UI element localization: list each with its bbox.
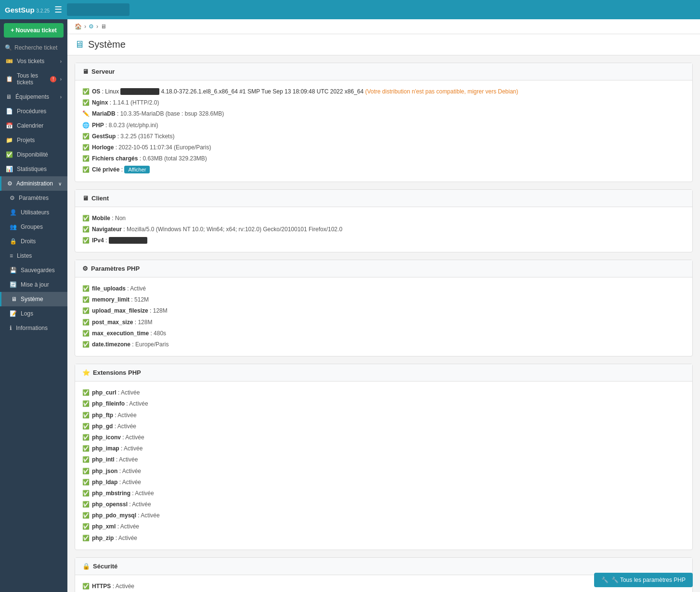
- breadcrumb-admin[interactable]: ⚙: [89, 23, 94, 30]
- afficher-button[interactable]: Afficher: [124, 166, 150, 173]
- page-title: 🖥 Système: [75, 39, 126, 50]
- ok-icon: ✅: [82, 284, 90, 293]
- sidebar-item-groupes[interactable]: 👥 Groupes: [0, 220, 67, 234]
- table-row: ✅ GestSup : 3.2.25 (3167 Tickets): [82, 131, 685, 142]
- sidebar-item-procedures[interactable]: 📄 Procédures: [0, 104, 67, 118]
- table-row: ✅php_iconv : Activée: [82, 432, 685, 443]
- ok-icon: ✅: [82, 444, 90, 453]
- file-icon: 📄: [6, 108, 13, 115]
- desktop-icon: 🖥: [11, 296, 17, 303]
- search-placeholder: Recherche ticket: [14, 44, 57, 51]
- securite-title: Sécurité: [93, 563, 117, 570]
- ticket-icon: 🎫: [6, 58, 13, 65]
- new-ticket-button[interactable]: + Nouveau ticket: [4, 23, 64, 38]
- status-ok-icon-horloge: ✅: [82, 143, 90, 152]
- sidebar-item-parametres[interactable]: ⚙ Paramètres: [0, 191, 67, 205]
- ok-icon: ✅: [82, 534, 90, 543]
- params-php-title: Paramètres PHP: [91, 265, 140, 272]
- ok-icon: ✅: [82, 455, 90, 464]
- breadcrumb-home[interactable]: 🏠: [75, 23, 82, 30]
- folder-icon: 📁: [6, 137, 13, 144]
- sidebar-item-informations[interactable]: ℹ Informations: [0, 321, 67, 335]
- ok-icon: ✅: [82, 522, 90, 531]
- ok-icon: ✅: [82, 582, 90, 591]
- serveur-header: 🖥 Serveur: [75, 63, 692, 80]
- refresh-icon: 🔄: [10, 281, 17, 288]
- sidebar-item-projets[interactable]: 📁 Projets: [0, 133, 67, 147]
- table-row: ✅ OS : Linux [REDACTED] 4.18.0-372.26.1.…: [82, 86, 685, 97]
- sidebar-item-administration[interactable]: ⚙ Administration ∨: [0, 176, 67, 191]
- table-row: 🌐 PHP : 8.0.23 (/etc/php.ini): [82, 120, 685, 131]
- sidebar-item-logs[interactable]: 📝 Logs: [0, 306, 67, 321]
- sidebar-item-sauvegardes[interactable]: 💾 Sauvegardes: [0, 263, 67, 277]
- client-section-icon: 🖥: [82, 195, 89, 202]
- ok-icon: ✅: [82, 478, 90, 487]
- ok-icon: ✅: [82, 489, 90, 498]
- php-params-button[interactable]: 🔧 🔧 Tous les paramètres PHP: [594, 573, 693, 587]
- edit-icon-mariadb: ✏️: [82, 109, 90, 118]
- extensions-php-header: ⭐ Extensions PHP: [75, 364, 692, 382]
- extensions-php-section: ⭐ Extensions PHP ✅php_curl : Activée ✅ph…: [75, 364, 693, 550]
- save-icon: 💾: [10, 267, 17, 274]
- ok-icon: ✅: [82, 467, 90, 476]
- check-icon: ✅: [6, 151, 13, 158]
- extensions-php-title: Extensions PHP: [93, 369, 141, 376]
- chevron-down-icon: ∨: [58, 181, 62, 186]
- sidebar-item-statistiques[interactable]: 📊 Statistiques: [0, 162, 67, 176]
- table-row: ✅php_fileinfo : Activée: [82, 398, 685, 409]
- main-content: 🏠 › ⚙ › 🖥 🖥 Système 🖥 Serveur: [67, 19, 700, 592]
- sidebar-item-systeme[interactable]: 🖥 Système: [0, 292, 67, 306]
- client-section: 🖥 Client ✅ Mobile : Non ✅ Navigateur : M…: [75, 189, 693, 253]
- table-row: ✏️ MariaDB : 10.3.35-MariaDB (base : bsu…: [82, 108, 685, 119]
- client-body: ✅ Mobile : Non ✅ Navigateur : Mozilla/5.…: [75, 207, 692, 252]
- table-row: ✅php_xml : Activée: [82, 521, 685, 532]
- menu-hamburger-icon[interactable]: ☰: [54, 4, 62, 15]
- sidebar-item-listes[interactable]: ≡ Listes: [0, 249, 67, 263]
- lock-icon: 🔒: [10, 238, 17, 245]
- sidebar-item-disponibilite[interactable]: ✅ Disponibilité: [0, 147, 67, 162]
- table-row: ✅ Nginx : 1.14.1 (HTTP/2.0): [82, 97, 685, 108]
- chevron-right-icon: ›: [60, 59, 62, 64]
- list-icon-listes: ≡: [10, 252, 13, 259]
- table-row: ✅php_openssl : Activée: [82, 499, 685, 510]
- sidebar-item-utilisateurs[interactable]: 👤 Utilisateurs: [0, 205, 67, 220]
- status-ok-icon-nginx: ✅: [82, 98, 90, 107]
- table-row: ✅ Fichiers chargés : 0.63MB (total 329.2…: [82, 153, 685, 164]
- topbar-logo: GestSup 3.2.25: [5, 6, 50, 14]
- status-ok-icon-gestsup: ✅: [82, 132, 90, 141]
- ok-icon: ✅: [82, 511, 90, 520]
- sidebar-item-mise-a-jour[interactable]: 🔄 Mise à jour: [0, 277, 67, 292]
- ok-icon: ✅: [82, 399, 90, 408]
- wrench-icon: 🔧: [601, 577, 609, 583]
- table-row: ✅ max_execution_time : 480s: [82, 328, 685, 339]
- sidebar-item-tous-les-tickets[interactable]: 📋 Tous les tickets ! ›: [0, 68, 67, 90]
- sidebar-item-vos-tickets[interactable]: 🎫 Vos tickets ›: [0, 54, 67, 68]
- sidebar-item-equipements[interactable]: 🖥 Équipements ›: [0, 90, 67, 104]
- extensions-php-body: ✅php_curl : Activée ✅php_fileinfo : Acti…: [75, 382, 692, 550]
- client-title: Client: [91, 195, 109, 202]
- footer-bar: 🔧 🔧 Tous les paramètres PHP: [587, 568, 700, 592]
- table-row: ✅ Horloge : 2022-10-05 11:07:34 (Europe/…: [82, 142, 685, 153]
- table-row: ✅ Mobile : Non: [82, 213, 685, 224]
- table-row: ✅ file_uploads : Activé: [82, 283, 685, 294]
- table-row: ✅php_gd : Activée: [82, 421, 685, 432]
- serveur-title: Serveur: [91, 68, 115, 75]
- table-row: ✅php_intl : Activée: [82, 454, 685, 465]
- search-icon: 🔍: [5, 44, 12, 51]
- table-row: ✅php_json : Activée: [82, 466, 685, 477]
- sidebar-item-droits[interactable]: 🔒 Droits: [0, 234, 67, 249]
- chevron-right-icon-equip: ›: [60, 94, 62, 100]
- ok-icon: ✅: [82, 340, 90, 349]
- sidebar-item-calendrier[interactable]: 📅 Calendrier: [0, 118, 67, 133]
- table-row: ✅ upload_max_filesize : 128M: [82, 305, 685, 316]
- table-row: ✅php_ldap : Activée: [82, 477, 685, 488]
- ok-icon: ✅: [82, 329, 90, 338]
- ok-icon: ✅: [82, 318, 90, 327]
- status-ok-icon-php: 🌐: [82, 121, 90, 130]
- settings-icon: ⚙: [10, 195, 15, 201]
- breadcrumb: 🏠 › ⚙ › 🖥: [67, 19, 700, 34]
- status-ok-icon-mobile: ✅: [82, 214, 90, 223]
- status-ok-icon: ✅: [82, 87, 90, 96]
- status-ok-icon-cle: ✅: [82, 165, 90, 174]
- content-area: 🖥 Serveur ✅ OS : Linux [REDACTED] 4.18.0…: [67, 55, 700, 592]
